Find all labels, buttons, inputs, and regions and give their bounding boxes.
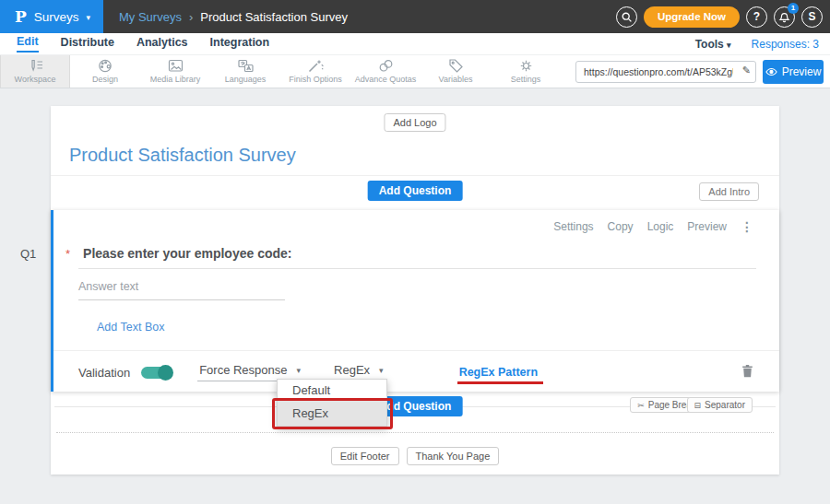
- survey-title[interactable]: Product Satisfaction Survey: [69, 145, 296, 166]
- survey-nav: Edit Distribute Analytics Integration To…: [0, 33, 830, 55]
- question-text-row: * Please enter your employee code:: [65, 246, 292, 261]
- validation-toggle[interactable]: [141, 367, 172, 379]
- questionpro-editor: P Surveys ▾ My Surveys › Product Satisfa…: [0, 0, 830, 504]
- preview-label: Preview: [782, 65, 822, 78]
- validation-type-value: RegEx: [334, 363, 370, 377]
- question-logic-button[interactable]: Logic: [647, 220, 674, 233]
- add-text-box-link[interactable]: Add Text Box: [97, 321, 164, 334]
- chain-links-icon: [377, 59, 395, 73]
- force-response-value: Force Response: [199, 363, 287, 377]
- add-intro-button[interactable]: Add Intro: [699, 182, 759, 201]
- upgrade-now-button[interactable]: Upgrade Now: [644, 6, 740, 28]
- toolbar-media-library[interactable]: Media Library: [140, 55, 210, 88]
- validation-label: Validation: [78, 366, 130, 380]
- tools-menu[interactable]: Tools ▾: [695, 38, 731, 51]
- search-button[interactable]: [616, 6, 637, 28]
- toolbar-label: Workspace: [15, 75, 56, 84]
- answer-text-field[interactable]: Answer text: [78, 280, 285, 300]
- survey-url-input[interactable]: [575, 61, 756, 83]
- breadcrumb: My Surveys › Product Satisfaction Survey: [119, 10, 348, 24]
- survey-url-wrap: ✎: [575, 61, 756, 83]
- question-number-label: Q1: [20, 247, 36, 261]
- breadcrumb-my-surveys[interactable]: My Surveys: [119, 10, 182, 24]
- tools-label: Tools: [695, 38, 724, 51]
- separator-button[interactable]: ⊟ Separator: [687, 397, 753, 413]
- separator-icon: ⊟: [694, 401, 702, 410]
- chevron-down-icon: ▾: [87, 13, 91, 22]
- help-button[interactable]: ?: [746, 6, 767, 28]
- chevron-down-icon: ▾: [379, 366, 384, 375]
- delete-question-button[interactable]: [741, 364, 753, 381]
- regex-pattern-link[interactable]: RegEx Pattern: [459, 366, 538, 379]
- question-preview-button[interactable]: Preview: [687, 220, 727, 233]
- toolbar-label: Media Library: [150, 75, 201, 84]
- product-switcher[interactable]: P Surveys ▾: [0, 0, 103, 33]
- toolbar-finish-options[interactable]: Finish Options: [280, 55, 350, 88]
- survey-card: Add Logo Product Satisfaction Survey Add…: [51, 106, 779, 475]
- toolbar-settings[interactable]: Settings: [491, 55, 561, 88]
- toolbar-variables[interactable]: Variables: [421, 55, 491, 88]
- responses-count[interactable]: Responses: 3: [752, 38, 819, 51]
- add-question-button-top[interactable]: Add Question: [368, 181, 463, 201]
- subnav-right: Tools ▾ Responses: 3: [695, 38, 819, 51]
- toolbar-workspace[interactable]: Workspace: [0, 55, 70, 88]
- questionpro-logo-icon: P: [15, 7, 27, 26]
- add-logo-button[interactable]: Add Logo: [384, 113, 445, 132]
- magic-wand-icon: [307, 59, 324, 73]
- edit-url-icon[interactable]: ✎: [742, 64, 751, 76]
- editor-canvas: Q1 Add Logo Product Satisfaction Survey …: [0, 88, 830, 504]
- toggle-knob: [158, 365, 173, 381]
- required-asterisk: *: [65, 247, 70, 261]
- dropdown-option-regex[interactable]: RegEx: [278, 401, 386, 426]
- divider: [53, 350, 779, 351]
- image-icon: [167, 59, 184, 73]
- preview-button[interactable]: Preview: [763, 60, 824, 84]
- toolbar-advance-quotas[interactable]: Advance Quotas: [350, 55, 421, 88]
- toolbar-label: Settings: [511, 75, 541, 84]
- question-actions-menu: Settings Copy Logic Preview ⋮: [553, 219, 753, 234]
- avatar-letter: S: [808, 10, 815, 23]
- toolbar-label: Languages: [225, 75, 267, 84]
- dropdown-option-default[interactable]: Default: [278, 380, 386, 401]
- breadcrumb-separator-icon: ›: [189, 10, 193, 24]
- notifications-button[interactable]: 1: [774, 6, 795, 28]
- tab-analytics[interactable]: Analytics: [136, 36, 188, 52]
- toolbar-languages[interactable]: Languages: [210, 55, 280, 88]
- page-break-icon: ✂: [637, 401, 645, 410]
- search-icon: [621, 11, 633, 23]
- translate-icon: [237, 59, 255, 73]
- question-copy-button[interactable]: Copy: [608, 220, 634, 233]
- divider: [51, 175, 779, 176]
- toolbar-label: Variables: [439, 75, 473, 84]
- tag-icon: [448, 59, 464, 73]
- top-bar: P Surveys ▾ My Surveys › Product Satisfa…: [0, 0, 830, 33]
- tab-integration[interactable]: Integration: [210, 36, 270, 52]
- validation-row: Validation Force Response ▾ RegEx ▾ RegE…: [78, 357, 753, 387]
- chevron-down-icon: ▾: [297, 366, 302, 375]
- validation-type-dropdown: Default RegEx: [277, 379, 387, 427]
- topbar-actions: Upgrade Now ? 1 S: [616, 0, 823, 33]
- toolbar-design[interactable]: Design: [70, 55, 140, 88]
- palette-icon: [97, 59, 113, 73]
- question-text[interactable]: Please enter your employee code:: [83, 246, 291, 261]
- thank-you-page-button[interactable]: Thank You Page: [407, 447, 500, 465]
- tab-distribute[interactable]: Distribute: [61, 36, 114, 52]
- toolbar-label: Finish Options: [289, 75, 342, 84]
- edit-footer-button[interactable]: Edit Footer: [331, 447, 399, 465]
- gear-icon: [518, 59, 534, 73]
- separator-label: Separator: [705, 400, 745, 410]
- more-options-icon[interactable]: ⋮: [741, 219, 753, 234]
- toolbar-label: Advance Quotas: [355, 75, 417, 84]
- breadcrumb-current-survey: Product Satisfaction Survey: [200, 10, 348, 24]
- card-footer: Edit Footer Thank You Page: [51, 447, 779, 465]
- trash-icon: [741, 364, 753, 378]
- help-icon: ?: [753, 10, 760, 23]
- toolbar-label: Design: [92, 75, 118, 84]
- question-block-q1: Settings Copy Logic Preview ⋮ * Please e…: [51, 210, 779, 392]
- tab-edit[interactable]: Edit: [17, 35, 39, 53]
- product-menu-label: Surveys: [34, 10, 79, 24]
- chevron-down-icon: ▾: [727, 41, 731, 50]
- question-settings-button[interactable]: Settings: [553, 220, 593, 233]
- account-avatar[interactable]: S: [801, 6, 823, 28]
- dotted-divider: [56, 432, 774, 433]
